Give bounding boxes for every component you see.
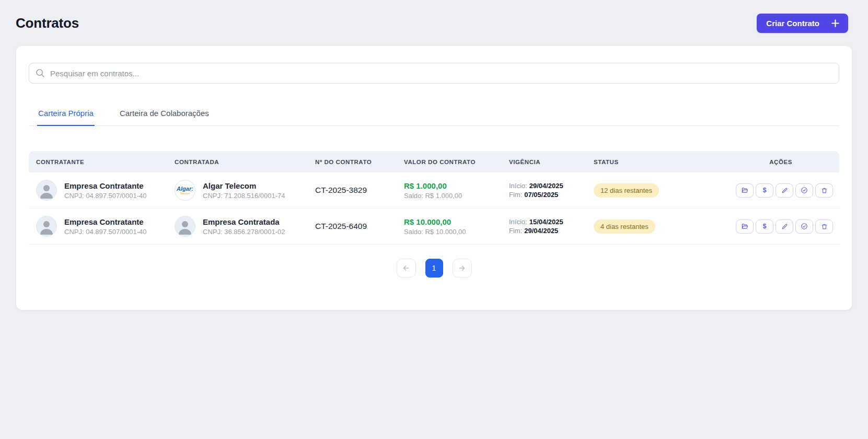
contratada-cnpj: CNPJ: 36.856.278/0001-02 <box>203 228 285 236</box>
status-badge: 4 dias restantes <box>594 220 655 234</box>
vigencia-inicio-label: Início: <box>509 182 527 190</box>
folder-open-icon <box>741 223 748 230</box>
contratante-cnpj: CNPJ: 04.897.507/0001-40 <box>64 192 147 200</box>
contratante-cell: Empresa Contratante CNPJ: 04.897.507/000… <box>36 216 175 237</box>
vigencia-inicio-label: Início: <box>509 218 527 226</box>
column-header-valor: VALOR DO CONTRATO <box>404 159 509 165</box>
person-icon <box>36 216 57 237</box>
tab-carteira-colaboracoes[interactable]: Carteira de Colaborações <box>119 103 210 126</box>
contracts-table: CONTRATANTE CONTRATADA Nº DO CONTRATO VA… <box>29 151 839 245</box>
search-icon <box>36 68 45 80</box>
column-header-status: STATUS <box>594 159 724 165</box>
create-contract-button[interactable]: Criar Contrato <box>757 14 848 33</box>
avatar <box>36 216 57 237</box>
open-contract-button[interactable] <box>736 220 754 234</box>
contratante-name: Empresa Contratante <box>64 181 147 190</box>
avatar <box>175 216 195 237</box>
contract-value: R$ 1.000,00 <box>404 181 509 190</box>
check-circle-icon <box>801 223 808 230</box>
top-bar: Contratos Criar Contrato <box>0 0 868 33</box>
approve-button[interactable] <box>795 220 813 234</box>
financial-button[interactable]: $ <box>756 183 773 198</box>
column-header-vigencia: VIGÊNCIA <box>509 159 594 165</box>
contratada-cell: Empresa Contratada CNPJ: 36.856.278/0001… <box>175 216 315 237</box>
vigencia-fim-date: 29/04/2025 <box>524 227 558 235</box>
contract-balance: Saldo: R$ 10.000,00 <box>404 228 509 236</box>
status-badge: 12 dias restantes <box>594 183 659 198</box>
contratada-name: Algar Telecom <box>203 181 285 190</box>
delete-button[interactable] <box>815 183 833 198</box>
vigencia-inicio-date: 15/04/2025 <box>529 218 563 226</box>
arrow-right-icon <box>458 264 466 272</box>
contract-value: R$ 10.000,00 <box>404 217 509 226</box>
dollar-icon: $ <box>763 223 767 229</box>
search-container <box>29 63 839 84</box>
trash-icon <box>821 187 828 194</box>
avatar <box>36 180 57 201</box>
contratada-cnpj: CNPJ: 71.208.516/0001-74 <box>203 192 285 200</box>
vigencia-fim-label: Fim: <box>509 227 522 235</box>
person-icon <box>175 216 195 237</box>
check-circle-icon <box>801 187 808 194</box>
pagination: 1 <box>29 259 839 278</box>
arrow-left-icon <box>402 264 410 272</box>
vigencia-fim-label: Fim: <box>509 191 522 199</box>
contract-balance: Saldo: R$ 1.000,00 <box>404 192 509 200</box>
vigencia-cell: Início:15/04/2025 Fim:29/04/2025 <box>509 217 594 236</box>
contratante-name: Empresa Contratante <box>64 217 147 226</box>
pencil-icon <box>781 223 788 230</box>
contratada-cell: Algar: Telecom Algar Telecom CNPJ: 71.20… <box>175 180 315 201</box>
edit-button[interactable] <box>776 183 793 198</box>
actions-cell: $ <box>724 183 833 198</box>
column-header-numero: Nº DO CONTRATO <box>315 159 404 165</box>
folder-open-icon <box>741 187 748 194</box>
table-header-row: CONTRATANTE CONTRATADA Nº DO CONTRATO VA… <box>29 151 839 172</box>
contracts-card: Carteira Própria Carteira de Colaboraçõe… <box>16 45 852 310</box>
algar-logo: Algar: Telecom <box>175 180 195 201</box>
trash-icon <box>821 223 828 230</box>
open-contract-button[interactable] <box>736 183 754 198</box>
tab-carteira-propria[interactable]: Carteira Própria <box>37 103 95 126</box>
contract-number: CT-2025-6409 <box>315 222 404 231</box>
page-background: { "page": { "title": "Contratos" }, "cre… <box>0 0 868 439</box>
approve-button[interactable] <box>795 183 813 198</box>
plus-icon <box>831 19 840 28</box>
contract-number: CT-2025-3829 <box>315 186 404 195</box>
table-row: Empresa Contratante CNPJ: 04.897.507/000… <box>29 172 839 209</box>
column-header-acoes: AÇÕES <box>724 159 833 165</box>
algar-logo-subtext: Telecom <box>180 192 190 195</box>
contract-value-cell: R$ 10.000,00 Saldo: R$ 10.000,00 <box>404 217 509 236</box>
column-header-contratante: CONTRATANTE <box>36 159 175 165</box>
contract-value-cell: R$ 1.000,00 Saldo: R$ 1.000,00 <box>404 181 509 200</box>
contratante-cnpj: CNPJ: 04.897.507/0001-40 <box>64 228 147 236</box>
contratante-cell: Empresa Contratante CNPJ: 04.897.507/000… <box>36 180 175 201</box>
pencil-icon <box>781 187 788 194</box>
page-title: Contratos <box>16 15 79 31</box>
edit-button[interactable] <box>776 220 793 234</box>
algar-logo-text: Algar: <box>177 186 193 192</box>
table-row: Empresa Contratante CNPJ: 04.897.507/000… <box>29 209 839 245</box>
vigencia-cell: Início:29/04/2025 Fim:07/05/2025 <box>509 181 594 200</box>
vigencia-inicio-date: 29/04/2025 <box>529 182 563 190</box>
search-input[interactable] <box>29 63 839 84</box>
dollar-icon: $ <box>763 187 767 193</box>
actions-cell: $ <box>724 220 833 234</box>
column-header-contratada: CONTRATADA <box>175 159 315 165</box>
pagination-next-button[interactable] <box>453 259 472 278</box>
pagination-prev-button[interactable] <box>397 259 416 278</box>
create-contract-label: Criar Contrato <box>766 19 819 28</box>
pagination-page-1[interactable]: 1 <box>425 259 443 278</box>
vigencia-fim-date: 07/05/2025 <box>524 191 558 199</box>
contratada-name: Empresa Contratada <box>203 217 285 226</box>
delete-button[interactable] <box>815 220 833 234</box>
financial-button[interactable]: $ <box>756 220 773 234</box>
tabs: Carteira Própria Carteira de Colaboraçõe… <box>29 103 839 126</box>
person-icon <box>36 180 57 201</box>
